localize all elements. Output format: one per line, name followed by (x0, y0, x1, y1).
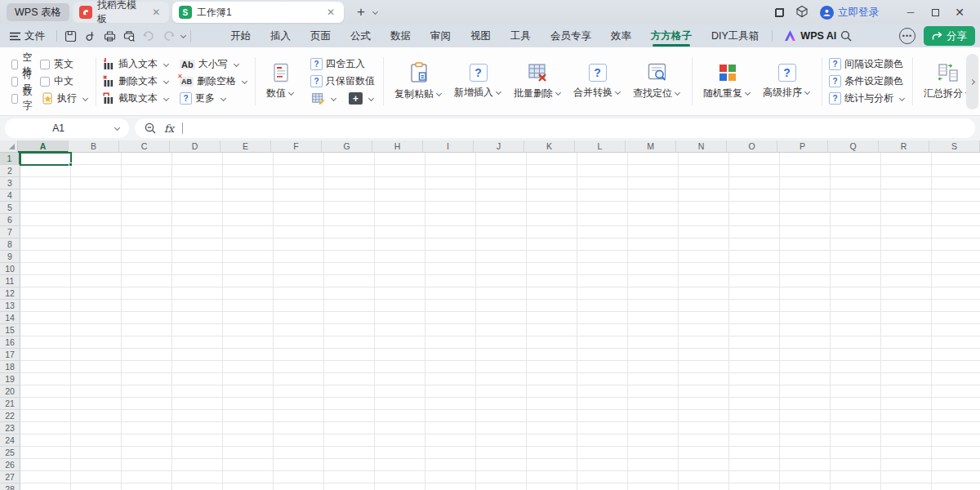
cell-R6[interactable] (881, 214, 932, 226)
ribbon-tab-开始[interactable]: 开始 (220, 24, 261, 47)
cell-S19[interactable] (932, 373, 980, 385)
cell-Q5[interactable] (831, 202, 881, 214)
cell-K15[interactable] (527, 324, 577, 336)
cell-L13[interactable] (577, 300, 628, 312)
cell-F15[interactable] (274, 324, 324, 336)
cell-E12[interactable] (223, 287, 274, 300)
cell-P16[interactable] (780, 336, 831, 349)
cell-O8[interactable] (729, 238, 780, 251)
cell-F25[interactable] (274, 447, 324, 459)
cell-D5[interactable] (172, 202, 223, 214)
cell-S28[interactable] (932, 483, 980, 490)
cell-P25[interactable] (780, 447, 831, 459)
selection-box-A1[interactable] (20, 152, 72, 166)
cell-L15[interactable] (577, 324, 628, 336)
cell-O11[interactable] (729, 275, 780, 287)
cell-R25[interactable] (881, 447, 932, 459)
cell-Q1[interactable] (831, 153, 881, 165)
fill-handle[interactable] (69, 163, 73, 167)
cell-D15[interactable] (172, 324, 223, 336)
cell-D16[interactable] (172, 336, 223, 349)
cell-M5[interactable] (628, 202, 679, 214)
cut-text-button[interactable]: 截取文本 (101, 91, 172, 107)
cell-S3[interactable] (932, 177, 980, 189)
cell-B2[interactable] (71, 165, 122, 177)
cell-N15[interactable] (679, 324, 729, 336)
cell-L9[interactable] (577, 251, 628, 263)
cell-R27[interactable] (881, 471, 932, 483)
cell-E27[interactable] (223, 471, 274, 483)
random-repeat-button[interactable]: 随机重复 (697, 63, 757, 100)
cell-R10[interactable] (881, 263, 932, 275)
cell-O3[interactable] (729, 177, 780, 189)
checkbox-english[interactable]: 英文 (40, 56, 91, 73)
numeric-button[interactable]: 数值 (261, 63, 301, 100)
interval-color-button[interactable]: ? 间隔设定颜色 (827, 56, 907, 73)
cell-R26[interactable] (881, 459, 932, 471)
cell-R4[interactable] (881, 189, 932, 202)
column-header-N[interactable]: N (676, 140, 727, 153)
cell-M25[interactable] (628, 447, 679, 459)
cell-L5[interactable] (577, 202, 628, 214)
cell-H20[interactable] (375, 385, 425, 398)
cell-Q23[interactable] (831, 422, 881, 434)
cell-J26[interactable] (476, 459, 527, 471)
cell-N25[interactable] (679, 447, 729, 459)
save-button[interactable] (60, 27, 80, 45)
cell-M18[interactable] (628, 361, 679, 373)
cell-N14[interactable] (679, 312, 729, 324)
cell-Q17[interactable] (831, 349, 881, 361)
cell-J5[interactable] (476, 202, 527, 214)
cell-H21[interactable] (375, 398, 425, 410)
ribbon-tab-插入[interactable]: 插入 (261, 24, 301, 47)
cell-N18[interactable] (679, 361, 729, 373)
column-header-E[interactable]: E (220, 140, 271, 153)
cell-J1[interactable] (476, 153, 527, 165)
cell-I19[interactable] (425, 373, 476, 385)
cell-K4[interactable] (527, 189, 577, 202)
cell-Q15[interactable] (831, 324, 881, 336)
cell-B11[interactable] (71, 275, 122, 287)
cell-H1[interactable] (375, 153, 425, 165)
cell-A17[interactable] (20, 349, 71, 361)
cell-B17[interactable] (71, 349, 122, 361)
cell-K10[interactable] (527, 263, 577, 275)
cell-P13[interactable] (780, 300, 831, 312)
cell-L14[interactable] (577, 312, 628, 324)
cell-E11[interactable] (223, 275, 274, 287)
cell-I20[interactable] (425, 385, 476, 398)
checkbox-icon[interactable] (11, 94, 18, 104)
cell-L23[interactable] (577, 422, 628, 434)
cell-D1[interactable] (172, 153, 223, 165)
cell-A3[interactable] (20, 177, 71, 189)
row-header-14[interactable]: 14 (0, 312, 20, 324)
cell-E6[interactable] (223, 214, 274, 226)
cell-C16[interactable] (122, 336, 172, 349)
cell-H27[interactable] (375, 471, 425, 483)
row-header-17[interactable]: 17 (0, 349, 20, 361)
cell-K7[interactable] (527, 226, 577, 238)
cell-M6[interactable] (628, 214, 679, 226)
cell-D13[interactable] (172, 300, 223, 312)
cell-M13[interactable] (628, 300, 679, 312)
cell-M15[interactable] (628, 324, 679, 336)
cell-R24[interactable] (881, 434, 932, 447)
cell-P21[interactable] (780, 398, 831, 410)
cell-N3[interactable] (679, 177, 729, 189)
cell-B8[interactable] (71, 238, 122, 251)
file-menu-button[interactable]: 文件 (0, 29, 53, 43)
cell-G15[interactable] (324, 324, 375, 336)
cell-E16[interactable] (223, 336, 274, 349)
cell-B22[interactable] (71, 410, 122, 422)
cell-D23[interactable] (172, 422, 223, 434)
cell-O14[interactable] (729, 312, 780, 324)
cell-G20[interactable] (324, 385, 375, 398)
cell-M1[interactable] (628, 153, 679, 165)
cell-A19[interactable] (20, 373, 71, 385)
cell-G11[interactable] (324, 275, 375, 287)
cell-C20[interactable] (122, 385, 172, 398)
row-header-22[interactable]: 22 (0, 410, 20, 422)
cell-G3[interactable] (324, 177, 375, 189)
search-icon[interactable] (836, 27, 856, 45)
home-button[interactable]: WPS 表格 (7, 3, 69, 21)
